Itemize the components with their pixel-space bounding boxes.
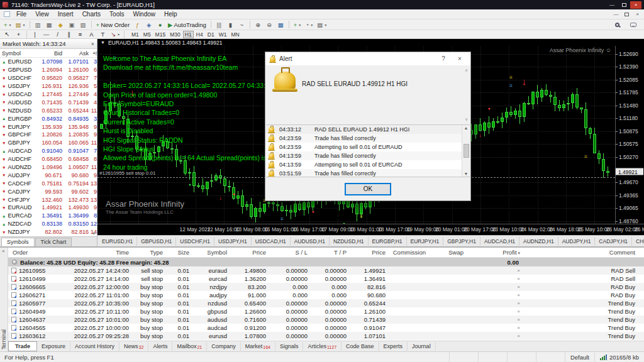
market-watch-row-nzdjpy[interactable]: ▼NZDJPY82.80282.81614	[0, 228, 97, 236]
menu-item-view[interactable]: View	[31, 9, 53, 19]
order-row-12606665[interactable]: 126066652022.05.27 12:00:00buy stop0.01n…	[8, 283, 644, 291]
child-minimize-button[interactable]: —	[611, 11, 621, 18]
scrollbar-up-icon[interactable]: ▲	[464, 126, 469, 130]
timeframe-m30-button[interactable]: M30	[168, 31, 182, 38]
delete-order-button[interactable]: ×	[467, 284, 524, 290]
order-row-12603612[interactable]: 126036122022.05.27 09:25:28buy stop0.01e…	[8, 332, 644, 340]
chart-tab-audnzdh1[interactable]: AUDNZD,H1	[519, 237, 558, 246]
alert-list-scrollbar[interactable]: ▲ ▼	[462, 125, 470, 177]
time-axis[interactable]: 12 May 202212 May 16:0013 May 08:0016 Ma…	[97, 224, 644, 235]
market-watch-row-euraud[interactable]: ▼EURAUD1.499211.499309	[0, 204, 97, 212]
minimize-button[interactable]: —	[606, 1, 618, 9]
history-center-button[interactable]: ●	[155, 20, 165, 29]
timeframe-mn-button[interactable]: MN	[229, 31, 241, 38]
periods-menu-button[interactable]: ◔▾	[303, 20, 314, 29]
market-watch-row-audusd[interactable]: ▼AUDUSD0.714350.714394	[0, 98, 97, 106]
market-watch-row-eurjpy[interactable]: ▼EURJPY135.939135.9489	[0, 123, 97, 131]
column-symbol[interactable]: Symbol	[2, 50, 36, 57]
chart-tab-audjpyh1[interactable]: AUDJPY,H1	[558, 237, 596, 246]
alert-dialog-titlebar[interactable]: Alert ? ×	[265, 52, 470, 65]
market-watch-tab-tick-chart[interactable]: Tick Chart	[35, 238, 72, 246]
market-watch-row-chfjpy[interactable]: ▼CHFJPY132.460132.47313	[0, 195, 97, 204]
orders-column-order[interactable]: Order	[8, 249, 56, 256]
terminal-tab-account-history[interactable]: Account History	[70, 342, 119, 351]
zoom-out-button[interactable]: ⊖	[264, 20, 275, 29]
timeframe-m1-button[interactable]: M1	[130, 31, 141, 38]
child-close-button[interactable]: ×	[633, 11, 642, 18]
alert-scroll-up-icon[interactable]: ∧	[465, 68, 468, 73]
vertical-line-button[interactable]: |	[30, 30, 40, 39]
market-watch-row-eurcad[interactable]: ▲EURCAD1.364911.364998	[0, 212, 97, 220]
terminal-tab-code-base[interactable]: Code Base	[341, 342, 379, 351]
scroll-down-icon[interactable]: ▼	[92, 231, 96, 236]
horizontal-line-button[interactable]: —	[41, 30, 52, 39]
menu-item-file[interactable]: File	[12, 9, 31, 19]
text-label-button[interactable]: T	[97, 30, 108, 39]
chart-tab-usdchfh1[interactable]: USDCHF,H1	[176, 237, 214, 246]
alert-event-row[interactable]: 04:13:59Attempting to sell 0.01 of EURCA…	[266, 160, 470, 169]
close-button[interactable]: ×	[630, 1, 641, 9]
scroll-up-icon[interactable]: ▲	[92, 50, 96, 55]
chart-tab-eurusdh1[interactable]: EURUSD,H1	[98, 237, 137, 246]
market-watch-row-eurusd[interactable]: ▲EURUSD1.070981.071013	[0, 58, 97, 66]
terminal-tab-articles[interactable]: Articles1127	[303, 342, 341, 351]
delete-order-button[interactable]: ×	[467, 300, 524, 306]
child-restore-button[interactable]	[622, 11, 631, 18]
chart-tab-usdcadh1[interactable]: USDCAD,H1	[252, 237, 291, 246]
chart-tab-chfjpyh1[interactable]: CHFJPY,H1	[632, 237, 644, 246]
terminal-tab-exposure[interactable]: Exposure	[37, 342, 70, 351]
menu-item-help[interactable]: Help	[160, 9, 182, 19]
timeframe-d1-button[interactable]: D1	[206, 31, 216, 38]
column-bid[interactable]: Bid	[36, 50, 62, 57]
chart-collapse-icon[interactable]: ▼	[101, 40, 105, 45]
equidistant-channel-button[interactable]: ∥	[64, 30, 74, 39]
strategy-tester-button[interactable]: ▧	[78, 20, 89, 29]
metaeditor-button[interactable]: ◈	[143, 20, 154, 29]
restore-button[interactable]	[618, 1, 630, 9]
chart-shift-button[interactable]: ▥	[33, 20, 43, 29]
menu-item-window[interactable]: Window	[128, 9, 160, 19]
bar-chart-button[interactable]: |||	[214, 20, 225, 29]
chart-tab-eurgbph1[interactable]: EURGBP,H1	[369, 237, 407, 246]
order-row-12605977[interactable]: 126059772022.05.27 10:35:00buy stop0.01n…	[8, 299, 644, 307]
orders-column-swap[interactable]: Swap	[430, 249, 467, 256]
orders-column-price[interactable]: Price	[231, 249, 270, 256]
scrollbar-thumb[interactable]	[464, 144, 469, 158]
indicators-button[interactable]: ƒ	[132, 20, 143, 29]
chart-tab-eurjpyh1[interactable]: EURJPY,H1	[407, 237, 444, 246]
market-watch-row-usdjpy[interactable]: ▼USDJPY126.931126.9365	[0, 82, 97, 90]
ok-button[interactable]: OK	[345, 183, 391, 195]
terminal-tab-news[interactable]: News32	[119, 342, 148, 351]
orders-column-time[interactable]: Time	[56, 249, 133, 256]
terminal-tab-company[interactable]: Company	[207, 342, 241, 351]
market-watch-row-audchf[interactable]: ▼AUDCHF0.684500.684588	[0, 155, 97, 163]
status-profile[interactable]: Default	[565, 352, 594, 362]
market-watch-row-eurgbp[interactable]: ▲EURGBP0.849320.849353	[0, 114, 97, 123]
delete-order-button[interactable]: ×	[467, 325, 524, 331]
alert-event-row[interactable]: 03:51:59Trade has filled correctly	[266, 169, 470, 177]
trendline-button[interactable]: /	[52, 30, 63, 39]
alert-close-button[interactable]: ×	[453, 52, 466, 65]
market-watch-row-audcad[interactable]: ▲AUDCAD0.910400.910477	[0, 147, 97, 155]
menu-item-charts[interactable]: Charts	[78, 9, 105, 19]
profiles-button[interactable]: ▤▾	[14, 20, 27, 29]
column-ask[interactable]: Ask	[62, 50, 89, 57]
orders-column-price[interactable]: Price	[350, 249, 389, 256]
terminal-tab-experts[interactable]: Experts	[379, 342, 408, 351]
orders-column-sl[interactable]: S / L	[270, 249, 311, 256]
chart-tab-audusdh1[interactable]: AUDUSD,H1	[291, 237, 330, 246]
terminal-tab-signals[interactable]: Signals	[275, 342, 304, 351]
market-watch-row-audjpy[interactable]: ▼AUDJPY90.67190.6809	[0, 171, 97, 179]
chart-tab-gbpusdh1[interactable]: GBPUSD,H1	[137, 237, 176, 246]
order-row-12604637[interactable]: 126046372022.05.27 10:01:00buy stop0.01a…	[8, 315, 644, 324]
templates-menu-button[interactable]: ▤▾	[315, 20, 328, 29]
tile-windows-button[interactable]: ▦	[275, 20, 286, 29]
orders-column-symbol[interactable]: Symbol	[193, 249, 231, 256]
order-row-12610499[interactable]: 126104992022.05.27 14:14:00sell stop0.01…	[8, 275, 644, 283]
status-connection[interactable]: 20165/8 kb	[594, 352, 644, 362]
menu-item-insert[interactable]: Insert	[53, 9, 78, 19]
autotrading-button[interactable]: ▶AutoTrading	[166, 20, 208, 29]
timeframe-w1-button[interactable]: W1	[217, 31, 229, 38]
auto-scroll-button[interactable]: ▦	[44, 20, 55, 29]
timeframe-h4-button[interactable]: H4	[194, 31, 205, 38]
